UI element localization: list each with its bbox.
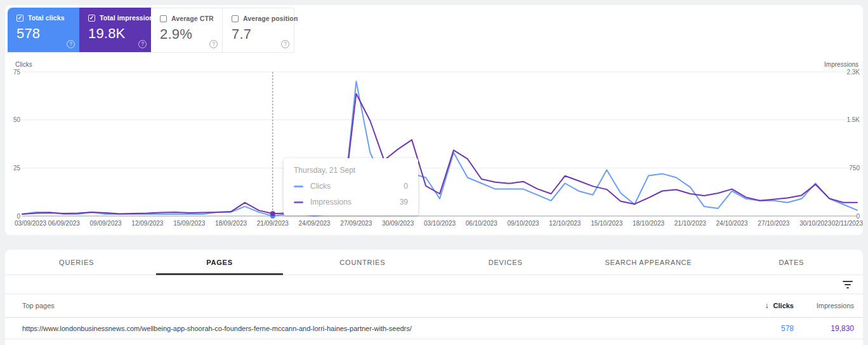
- metric-label: Total clicks: [28, 14, 65, 22]
- svg-text:0: 0: [16, 213, 20, 220]
- checkbox-unchecked-icon[interactable]: [232, 15, 239, 22]
- svg-text:09/09/2023: 09/09/2023: [90, 220, 122, 227]
- column-header-top-pages[interactable]: Top pages: [22, 302, 730, 309]
- metric-label: Average position: [243, 15, 298, 22]
- help-icon[interactable]: ?: [138, 40, 147, 48]
- svg-text:27/10/2023: 27/10/2023: [758, 220, 789, 227]
- svg-text:15/10/2023: 15/10/2023: [591, 220, 622, 227]
- tooltip-clicks-label: Clicks: [310, 182, 331, 191]
- metric-label: Total impressions: [100, 14, 157, 22]
- metric-card-total-clicks[interactable]: ✓ Total clicks 578 ?: [8, 8, 79, 52]
- tab-countries[interactable]: COUNTRIES: [291, 250, 434, 274]
- column-header-impressions[interactable]: Impressions: [794, 302, 854, 309]
- tab-search-appearance[interactable]: SEARCH APPEARANCE: [577, 250, 720, 274]
- svg-text:Clicks: Clicks: [15, 61, 32, 68]
- column-header-clicks[interactable]: ↓Clicks: [730, 301, 794, 310]
- checkbox-checked-icon[interactable]: ✓: [88, 15, 95, 22]
- svg-text:2.3K: 2.3K: [846, 69, 860, 76]
- svg-text:02/11/2023: 02/11/2023: [832, 220, 863, 227]
- dimension-tabs: QUERIES PAGES COUNTRIES DEVICES SEARCH A…: [5, 250, 863, 275]
- svg-text:25: 25: [13, 165, 21, 172]
- help-icon[interactable]: ?: [209, 40, 218, 48]
- performance-chart-card: 25750501.5K752.3K00ClicksImpressions03/0…: [5, 5, 863, 235]
- help-icon[interactable]: ?: [281, 40, 289, 48]
- svg-text:Impressions: Impressions: [824, 61, 858, 68]
- table-toolbar: [5, 275, 863, 294]
- svg-text:03/10/2023: 03/10/2023: [424, 220, 456, 227]
- svg-text:27/09/2023: 27/09/2023: [340, 220, 372, 227]
- checkbox-checked-icon[interactable]: ✓: [16, 15, 23, 22]
- svg-text:06/09/2023: 06/09/2023: [48, 220, 80, 227]
- help-icon[interactable]: ?: [67, 40, 75, 48]
- svg-text:24/09/2023: 24/09/2023: [299, 220, 331, 227]
- svg-text:30/09/2023: 30/09/2023: [382, 220, 414, 227]
- row-clicks-value: 578: [730, 324, 794, 333]
- svg-text:09/10/2023: 09/10/2023: [508, 220, 539, 227]
- filter-list-icon[interactable]: [842, 280, 853, 289]
- svg-text:1.5K: 1.5K: [846, 116, 860, 123]
- checkbox-unchecked-icon[interactable]: [160, 15, 167, 22]
- row-impressions-value: 19,830: [794, 324, 854, 333]
- svg-text:0: 0: [856, 213, 860, 220]
- svg-text:75: 75: [13, 69, 21, 76]
- svg-text:24/10/2023: 24/10/2023: [716, 220, 748, 227]
- svg-text:12/10/2023: 12/10/2023: [549, 220, 581, 227]
- tab-pages[interactable]: PAGES: [148, 250, 291, 274]
- tooltip-date: Thursday, 21 Sept: [294, 166, 408, 175]
- svg-text:21/09/2023: 21/09/2023: [257, 220, 289, 227]
- tooltip-impressions-value: 39: [400, 198, 408, 206]
- svg-text:18/09/2023: 18/09/2023: [215, 220, 247, 227]
- svg-text:15/09/2023: 15/09/2023: [173, 220, 205, 227]
- metric-card-total-impressions[interactable]: ✓ Total impressions 19.8K ?: [79, 8, 151, 52]
- svg-text:12/09/2023: 12/09/2023: [131, 220, 163, 227]
- tooltip-clicks-value: 0: [404, 182, 408, 191]
- svg-text:21/10/2023: 21/10/2023: [674, 220, 706, 227]
- svg-text:30/10/2023: 30/10/2023: [799, 220, 831, 227]
- table-header-row: Top pages ↓Clicks Impressions: [5, 294, 863, 318]
- tab-queries[interactable]: QUERIES: [5, 250, 148, 274]
- clicks-series-swatch-icon: [294, 186, 303, 187]
- impressions-series-swatch-icon: [294, 201, 303, 203]
- tooltip-impressions-label: Impressions: [310, 198, 352, 206]
- metric-card-average-position[interactable]: Average position 7.7 ?: [223, 8, 294, 52]
- metric-card-average-ctr[interactable]: Average CTR 2.9% ?: [151, 8, 223, 52]
- svg-text:750: 750: [849, 165, 860, 172]
- metric-label: Average CTR: [171, 15, 214, 22]
- tab-dates[interactable]: DATES: [720, 250, 863, 274]
- svg-text:18/10/2023: 18/10/2023: [633, 220, 664, 227]
- chart-tooltip: Thursday, 21 Sept Clicks 0 Impressions 3…: [284, 158, 418, 215]
- tab-devices[interactable]: DEVICES: [434, 250, 577, 274]
- svg-text:03/09/2023: 03/09/2023: [15, 220, 46, 227]
- table-row[interactable]: https://www.londonbusinessnews.com/wellb…: [5, 318, 863, 339]
- dimensions-table-card: QUERIES PAGES COUNTRIES DEVICES SEARCH A…: [5, 250, 863, 345]
- svg-text:06/10/2023: 06/10/2023: [466, 220, 497, 227]
- page-url-link[interactable]: https://www.londonbusinessnews.com/wellb…: [22, 325, 730, 332]
- metric-cards-row: ✓ Total clicks 578 ? ✓ Total impressions…: [8, 8, 294, 53]
- svg-text:50: 50: [13, 116, 21, 123]
- sort-descending-icon: ↓: [765, 301, 769, 310]
